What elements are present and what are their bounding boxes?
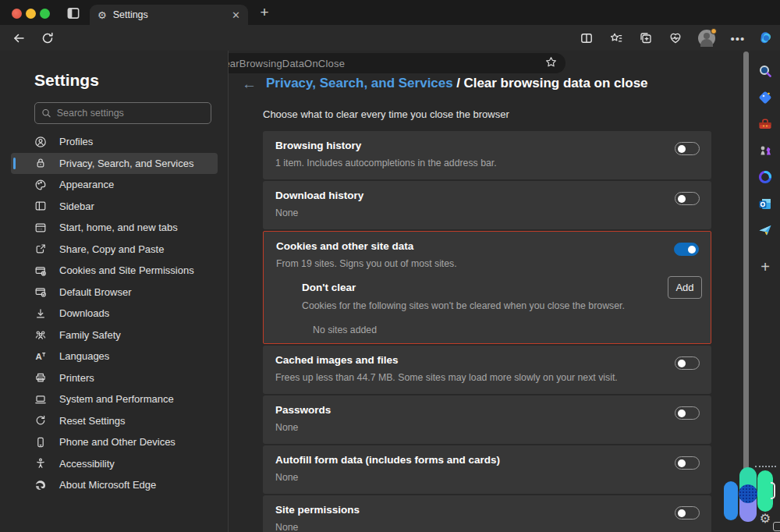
search-input[interactable] (57, 108, 204, 119)
back-icon[interactable] (9, 28, 29, 48)
row-download-history: Download history None (263, 181, 711, 229)
collections-icon[interactable] (636, 28, 656, 48)
sidebar-item-cookies-permissions[interactable]: Cookies and Site Permissions (11, 260, 218, 282)
profile-status-dot (711, 28, 717, 34)
palette-icon (34, 179, 47, 191)
minimize-window-button[interactable] (26, 9, 36, 19)
toolbox-icon[interactable] (757, 115, 774, 133)
sidebar-item-about-edge[interactable]: About Microsoft Edge (11, 474, 218, 496)
sidebar-settings-gear-icon[interactable]: ⚙ (757, 509, 774, 527)
sidebar-item-reset-settings[interactable]: Reset Settings (11, 410, 218, 432)
widget-dash (755, 466, 776, 467)
lock-icon (34, 157, 47, 169)
site-permissions-toggle[interactable] (675, 506, 700, 520)
settings-tab-favicon-icon: ⚙ (98, 10, 107, 20)
outlook-icon[interactable] (757, 195, 774, 212)
sidebar-item-phone-devices[interactable]: Phone and Other Devices (11, 431, 218, 453)
accessibility-icon (34, 457, 47, 470)
sidebar-item-downloads[interactable]: Downloads (11, 303, 218, 325)
sidebar-layout-icon (34, 200, 47, 212)
favorites-icon[interactable] (606, 28, 626, 48)
tab-title: Settings (113, 9, 225, 20)
page-title: Clear browsing data on close (463, 76, 647, 90)
browser-toolbar: Edge | edge://settings/clearBrowsingData… (0, 25, 780, 51)
share-icon (34, 243, 47, 255)
sidebar-item-default-browser[interactable]: Default Browser (11, 282, 218, 303)
page-scrollbar[interactable] (743, 51, 749, 505)
close-window-button[interactable] (12, 9, 22, 19)
dont-clear-section: Don't clear Cookies for the following si… (302, 282, 698, 335)
add-site-button[interactable]: Add (668, 276, 702, 299)
window-icon (34, 222, 47, 234)
page-description: Choose what to clear every time you clos… (263, 108, 509, 120)
cookies-permissions-icon (34, 264, 47, 277)
sidebar-title: Settings (34, 71, 99, 90)
split-screen-icon[interactable] (576, 28, 597, 48)
zoom-window-button[interactable] (40, 9, 50, 19)
sidebar-item-languages[interactable]: A Languages (11, 346, 218, 367)
games-icon[interactable] (757, 142, 774, 159)
title-bar: ⚙ Settings ✕ + (0, 0, 780, 25)
row-passwords: Passwords None (263, 395, 711, 444)
phone-icon (34, 436, 47, 449)
settings-sidebar: Settings Profiles Privacy, Search, and S… (0, 51, 229, 532)
sidebar-item-appearance[interactable]: Appearance (11, 174, 218, 196)
drop-paper-plane-icon[interactable] (757, 222, 774, 239)
row-site-permissions: Site permissions None (263, 495, 711, 532)
widget-pill-blue (724, 481, 738, 520)
download-history-toggle[interactable] (675, 192, 700, 205)
copilot-icon[interactable] (756, 28, 776, 48)
corner-icon[interactable] (773, 522, 780, 531)
sidebar-item-share-copy-paste[interactable]: Share, Copy and Paste (11, 239, 218, 261)
sidebar-item-profiles[interactable]: Profiles (11, 131, 218, 153)
profiles-icon (34, 136, 47, 148)
sidebar-item-family-safety[interactable]: Family Safety (11, 325, 218, 346)
settings-nav: Profiles Privacy, Search, and Services A… (0, 131, 229, 496)
add-sidebar-app-icon[interactable]: + (757, 258, 774, 275)
sidebar-item-accessibility[interactable]: Accessibility (11, 453, 218, 475)
cached-images-toggle[interactable] (675, 356, 700, 370)
browser-essentials-icon[interactable] (665, 28, 686, 48)
profile-avatar[interactable] (697, 28, 717, 48)
new-tab-button[interactable]: + (255, 3, 274, 22)
sidebar-item-privacy[interactable]: Privacy, Search, and Services (11, 153, 218, 175)
edge-logo-icon (34, 479, 47, 491)
edge-sidebar: + ⚙ (750, 51, 780, 532)
main-content: ← Privacy, Search, and Services / Clear … (229, 51, 744, 532)
breadcrumb-parent-link[interactable]: Privacy, Search, and Services (266, 76, 453, 90)
more-menu-icon[interactable]: ••• (728, 28, 748, 48)
back-icon[interactable]: ← (242, 76, 257, 91)
default-browser-icon (34, 286, 47, 298)
widget-circle (739, 484, 757, 503)
autofill-toggle[interactable] (675, 456, 700, 470)
svg-text:A: A (36, 352, 42, 361)
cookies-toggle[interactable] (674, 243, 699, 256)
widget-bracket (771, 482, 775, 499)
browser-window: ⚙ Settings ✕ + Edge | edge://settings/cl… (0, 0, 780, 532)
refresh-icon[interactable] (37, 28, 58, 48)
sidebar-item-start-home-tabs[interactable]: Start, home, and new tabs (11, 217, 218, 239)
sidebar-search-icon[interactable] (757, 62, 774, 80)
row-browsing-history: Browsing history 1 item. Includes autoco… (263, 131, 711, 179)
passwords-toggle[interactable] (675, 406, 700, 420)
tab-preview-icon[interactable] (66, 5, 81, 21)
shopping-tag-icon[interactable] (757, 89, 774, 106)
search-icon (41, 108, 51, 119)
family-icon (34, 328, 47, 341)
settings-search-box[interactable] (34, 102, 211, 124)
languages-icon: A (34, 350, 47, 363)
laptop-icon (34, 393, 47, 406)
reset-icon (34, 414, 47, 427)
sidebar-item-sidebar[interactable]: Sidebar (11, 196, 218, 218)
printer-icon (34, 371, 47, 384)
sidebar-item-printers[interactable]: Printers (11, 367, 218, 389)
tab-settings[interactable]: ⚙ Settings ✕ (90, 5, 248, 25)
microsoft-365-icon[interactable] (757, 168, 774, 186)
breadcrumb: ← Privacy, Search, and Services / Clear … (242, 76, 648, 91)
tab-close-icon[interactable]: ✕ (232, 9, 240, 21)
settings-rows: Browsing history 1 item. Includes autoco… (263, 131, 711, 532)
download-icon (34, 307, 47, 320)
sidebar-item-system-performance[interactable]: System and Performance (11, 388, 218, 410)
browsing-history-toggle[interactable] (675, 142, 700, 155)
row-autofill: Autofill form data (includes forms and c… (263, 445, 711, 494)
